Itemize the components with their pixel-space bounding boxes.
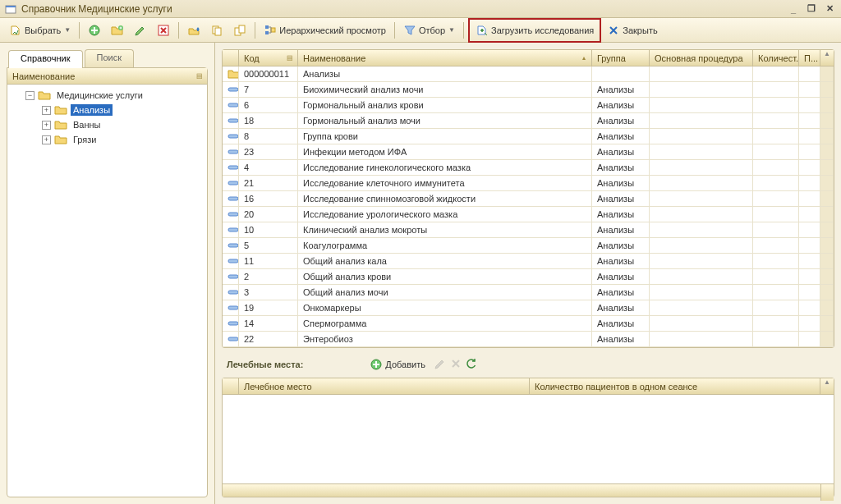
table-row[interactable]: 20Исследование урологического мазкаАнали… bbox=[223, 207, 834, 222]
cell-name: Исследование гинекологического мазка bbox=[298, 160, 592, 175]
table-row[interactable]: 14СпермограммаАнализы bbox=[223, 316, 834, 332]
folder-icon bbox=[54, 119, 67, 131]
sub-scroll-up[interactable]: ▲ bbox=[820, 378, 834, 395]
cell-group: Анализы bbox=[592, 98, 650, 112]
tree-item[interactable]: +Грязи bbox=[9, 132, 205, 147]
folder-icon bbox=[54, 104, 67, 116]
tree-header[interactable]: Наименование ▤ bbox=[7, 68, 207, 85]
cell-code: 14 bbox=[239, 316, 298, 331]
table-row[interactable]: 23Инфекции методом ИФААнализы bbox=[223, 144, 834, 160]
col-name[interactable]: Наименование▴ bbox=[298, 50, 592, 66]
cell-name: Коагулограмма bbox=[298, 238, 592, 253]
col-proc[interactable]: Основная процедура bbox=[650, 50, 753, 66]
cell-proc bbox=[650, 160, 753, 175]
col-icon[interactable] bbox=[223, 50, 239, 66]
tree-root[interactable]: − Медицинские услуги bbox=[9, 88, 205, 103]
table-row[interactable]: 8Группа кровиАнализы bbox=[223, 129, 834, 144]
cell-p bbox=[799, 238, 820, 253]
cell-group: Анализы bbox=[592, 191, 650, 206]
sub-col-count[interactable]: Количество пациентов в одном сеансе bbox=[530, 378, 820, 395]
select-button[interactable]: Выбрать ▼ bbox=[5, 21, 75, 39]
table-row[interactable]: 11Общий анализ калаАнализы bbox=[223, 254, 834, 269]
item-icon bbox=[227, 208, 239, 220]
tree-item[interactable]: +Анализы bbox=[9, 103, 205, 117]
add-folder-button[interactable] bbox=[107, 21, 128, 39]
folder-icon bbox=[38, 89, 51, 101]
add-button[interactable] bbox=[84, 21, 105, 39]
table-row[interactable]: 22ЭнтеробиозАнализы bbox=[223, 332, 834, 347]
minimize-button[interactable]: _ bbox=[787, 3, 800, 15]
scroll-up[interactable]: ▲ bbox=[820, 50, 834, 66]
col-code[interactable]: Код▤ bbox=[239, 50, 298, 66]
cell-group: Анализы bbox=[592, 254, 650, 268]
copy1-button[interactable] bbox=[206, 21, 227, 39]
col-group[interactable]: Группа bbox=[592, 50, 650, 66]
tree[interactable]: − Медицинские услуги +Анализы+Ванны+Гряз… bbox=[7, 85, 207, 497]
tree-item[interactable]: +Ванны bbox=[9, 117, 205, 132]
table-row[interactable]: 21Исследование клеточного иммунитетаАнал… bbox=[223, 176, 834, 191]
move-up-button[interactable] bbox=[183, 21, 205, 39]
cell-code: 10 bbox=[239, 222, 298, 237]
scroll-corner bbox=[820, 484, 834, 501]
sub-col-icon[interactable] bbox=[223, 378, 239, 395]
sub-grid-body[interactable] bbox=[223, 395, 834, 483]
col-p[interactable]: П... bbox=[799, 50, 820, 66]
cell-code: 20 bbox=[239, 207, 298, 222]
copy2-button[interactable] bbox=[229, 21, 250, 39]
cell-code: 22 bbox=[239, 332, 298, 346]
cell-code: 3 bbox=[239, 285, 298, 300]
add-place-button[interactable]: Добавить bbox=[365, 355, 430, 373]
tab-search[interactable]: Поиск bbox=[85, 49, 134, 67]
col-qty[interactable]: Количест... bbox=[753, 50, 799, 66]
cell-p bbox=[799, 285, 820, 300]
close-button[interactable]: Закрыть bbox=[603, 21, 661, 39]
table-row[interactable]: 4Исследование гинекологического мазкаАна… bbox=[223, 160, 834, 176]
svg-rect-11 bbox=[271, 28, 275, 32]
cell-proc bbox=[650, 285, 753, 300]
sub-col-place[interactable]: Лечебное место bbox=[239, 378, 530, 395]
cell-name: Гормональный анализ крови bbox=[298, 98, 592, 112]
svg-rect-16 bbox=[228, 150, 238, 153]
cell-name: Биохимический анализ мочи bbox=[298, 82, 592, 97]
cell-code: 16 bbox=[239, 191, 298, 206]
table-row[interactable]: 3Общий анализ мочиАнализы bbox=[223, 285, 834, 300]
expand-icon[interactable]: + bbox=[42, 106, 51, 115]
grid-body[interactable]: 000000011Анализы7Биохимический анализ мо… bbox=[223, 66, 834, 347]
cell-name: Исследование спинномозговой жидкости bbox=[298, 191, 592, 206]
expand-icon[interactable]: + bbox=[42, 121, 51, 130]
cell-p bbox=[799, 332, 820, 346]
item-icon bbox=[227, 286, 239, 298]
table-row[interactable]: 18Гормональный анализ мочиАнализы bbox=[223, 113, 834, 129]
svg-rect-28 bbox=[228, 337, 238, 341]
refresh-icon[interactable] bbox=[466, 358, 477, 371]
restore-button[interactable]: ❐ bbox=[805, 3, 818, 15]
tab-reference[interactable]: Справочник bbox=[8, 50, 83, 68]
cell-name: Группа крови bbox=[298, 129, 592, 144]
hierarchy-button[interactable]: Иерархический просмотр bbox=[260, 21, 390, 39]
cell-code: 23 bbox=[239, 144, 298, 159]
edit-button[interactable] bbox=[130, 21, 151, 39]
table-row[interactable]: 5КоагулограммаАнализы bbox=[223, 238, 834, 254]
svg-rect-22 bbox=[228, 244, 238, 247]
cell-proc bbox=[650, 176, 753, 190]
delete-button[interactable] bbox=[153, 21, 174, 39]
table-row[interactable]: 7Биохимический анализ мочиАнализы bbox=[223, 82, 834, 98]
table-row[interactable]: 16Исследование спинномозговой жидкостиАн… bbox=[223, 191, 834, 207]
load-research-button[interactable]: Загрузить исследования bbox=[471, 21, 598, 39]
close-window-button[interactable]: ✕ bbox=[823, 3, 836, 15]
filter-button[interactable]: Отбор ▼ bbox=[399, 21, 459, 39]
expand-icon[interactable]: + bbox=[42, 135, 51, 144]
table-row[interactable]: 2Общий анализ кровиАнализы bbox=[223, 269, 834, 285]
cell-proc bbox=[650, 66, 753, 81]
table-row[interactable]: 000000011Анализы bbox=[223, 66, 834, 82]
table-row[interactable]: 10Клинический анализ мокротыАнализы bbox=[223, 222, 834, 238]
table-row[interactable]: 6Гормональный анализ кровиАнализы bbox=[223, 98, 834, 113]
collapse-icon[interactable]: − bbox=[25, 91, 34, 100]
cell-p bbox=[799, 222, 820, 237]
folder-icon bbox=[227, 68, 239, 80]
cell-qty bbox=[753, 269, 799, 284]
tree-item-label: Ванны bbox=[71, 119, 103, 131]
delete-disabled-icon bbox=[451, 359, 461, 370]
table-row[interactable]: 19ОнкомаркерыАнализы bbox=[223, 300, 834, 316]
cell-proc bbox=[650, 300, 753, 315]
